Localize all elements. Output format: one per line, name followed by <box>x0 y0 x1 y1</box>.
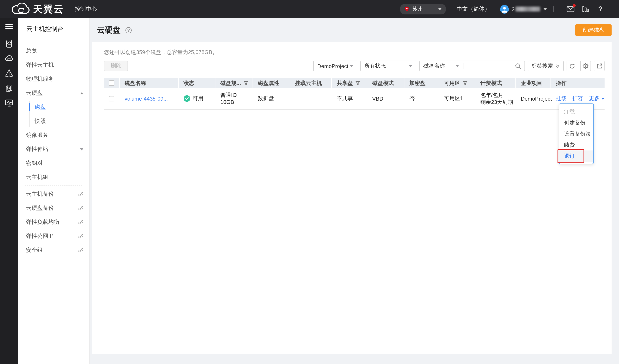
col-status: 状态 <box>179 78 215 88</box>
export-icon <box>596 63 602 69</box>
sidebar-item-eip[interactable]: 弹性公网IP <box>18 229 89 243</box>
active-indicator <box>29 103 30 111</box>
region-pin-icon <box>404 6 409 12</box>
settings-button[interactable] <box>580 61 591 71</box>
sidebar-item-cloud-disk[interactable]: 云硬盘 <box>18 86 89 100</box>
double-chevron-down-icon <box>555 64 560 68</box>
more-action[interactable]: 更多 <box>589 95 600 102</box>
brand-logo[interactable]: 天翼云 <box>12 3 64 15</box>
image-service-icon[interactable] <box>4 83 14 93</box>
icon-rail <box>0 18 18 364</box>
cell-az: 可用区1 <box>439 88 475 110</box>
select-all-cell <box>104 78 120 88</box>
menu-item-create-backup[interactable]: 创建备份 <box>559 117 593 128</box>
search-field-select[interactable]: 磁盘名称 <box>423 62 445 70</box>
table-header: 磁盘名称 状态 磁盘规... 磁盘属性 挂载云主机 共享盘 磁盘模式 加密盘 可… <box>104 78 605 88</box>
sidebar: 云主机控制台 总览 弹性云主机 物理机服务 云硬盘 磁盘 快照 镜像服务 弹性伸… <box>18 18 90 364</box>
sidebar-item-overview[interactable]: 总览 <box>18 44 89 58</box>
table-row: volume-4435-09... 可用 普通IO10GB 数据盘 -- 不共享… <box>104 88 605 110</box>
sidebar-item-disk[interactable]: 磁盘 <box>18 100 89 114</box>
gear-icon <box>582 63 589 69</box>
chevron-down-icon <box>601 97 605 100</box>
disk-name-link[interactable]: volume-4435-09... <box>125 95 168 102</box>
main-content: 云硬盘 ? 创建磁盘 您还可以创建359个磁盘，总容量为25,078GB。 删除… <box>90 18 619 364</box>
col-az: 可用区 <box>439 78 475 88</box>
attach-action[interactable]: 挂载 <box>556 95 567 102</box>
sidebar-item-disk-backup[interactable]: 云硬盘备份 <box>18 201 89 215</box>
tag-search-button[interactable]: 标签搜索 <box>528 61 564 71</box>
chevron-down-icon <box>438 8 442 10</box>
filter-cluster: DemoProject 所有状态 磁盘名称 <box>313 61 605 71</box>
cell-encrypted: 否 <box>404 88 439 110</box>
notification-dot <box>573 4 576 7</box>
sidebar-item-security-group[interactable]: 安全组 <box>18 243 89 257</box>
sidebar-item-image-service[interactable]: 镜像服务 <box>18 128 89 142</box>
delete-button[interactable]: 删除 <box>104 61 128 71</box>
language-switcher[interactable]: 中文（简体） <box>457 5 490 13</box>
network-pyramid-icon[interactable] <box>4 68 14 78</box>
col-project: 企业项目 <box>516 78 551 88</box>
monitoring-icon[interactable] <box>4 98 14 108</box>
rail-icons <box>0 35 18 108</box>
refresh-button[interactable] <box>567 61 577 71</box>
page-help-icon[interactable]: ? <box>126 27 132 33</box>
chevron-down-icon <box>456 65 459 67</box>
region-selector[interactable]: 苏州 <box>400 4 446 14</box>
topbar-divider <box>553 6 554 12</box>
search-input[interactable] <box>464 61 515 71</box>
help-icon[interactable]: ? <box>596 4 605 13</box>
col-actions: 操作 <box>551 78 605 88</box>
external-link-icon <box>78 234 83 239</box>
more-dropdown-menu: 卸载 创建备份 设置备份策略 续费 退订 <box>559 104 594 164</box>
project-select[interactable]: DemoProject <box>313 61 357 71</box>
row-checkbox[interactable] <box>109 96 114 101</box>
stats-icon[interactable] <box>581 4 590 13</box>
ctyun-console-page: 天翼云 控制中心 苏州 中文（简体） <box>0 0 619 364</box>
expand-action[interactable]: 扩容 <box>572 95 583 102</box>
cell-disk-attr: 数据盘 <box>253 88 290 110</box>
page-title: 云硬盘 <box>97 25 121 35</box>
status-text: 可用 <box>193 95 203 102</box>
export-button[interactable] <box>594 61 605 71</box>
sidebar-item-physical[interactable]: 物理机服务 <box>18 72 89 86</box>
status-ok-icon <box>184 95 190 102</box>
filter-icon[interactable] <box>243 81 248 85</box>
sidebar-item-elb[interactable]: 弹性负载均衡 <box>18 215 89 229</box>
menu-item-unsubscribe[interactable]: 退订 <box>559 150 593 162</box>
col-disk-spec: 磁盘规... <box>215 78 253 88</box>
col-disk-name: 磁盘名称 <box>120 78 179 88</box>
cloud-host-icon[interactable] <box>4 39 14 49</box>
sidebar-item-auto-scaling[interactable]: 弹性伸缩 <box>18 142 89 156</box>
sidebar-item-host-group[interactable]: 云主机组 <box>18 170 89 184</box>
cell-disk-spec: 普通IO10GB <box>215 88 253 110</box>
user-menu[interactable]: 2 <box>512 6 547 12</box>
nav-console-center[interactable]: 控制中心 <box>75 5 97 13</box>
search-combo: 磁盘名称 <box>419 61 525 71</box>
chevron-down-icon <box>544 8 547 10</box>
filter-icon[interactable] <box>463 81 467 85</box>
disk-list-card: 您还可以创建359个磁盘，总容量为25,078GB。 删除 DemoProjec… <box>92 42 612 354</box>
col-attached-host: 挂载云主机 <box>290 78 332 88</box>
sidebar-item-snapshot[interactable]: 快照 <box>18 114 89 128</box>
avatar[interactable] <box>500 5 509 13</box>
external-link-icon <box>78 220 83 225</box>
menu-item-backup-policy[interactable]: 设置备份策略 <box>559 128 593 139</box>
menu-item-renew[interactable]: 续费 <box>559 139 593 150</box>
select-all-checkbox[interactable] <box>109 81 114 86</box>
filter-icon[interactable] <box>355 81 360 85</box>
create-disk-button[interactable]: 创建磁盘 <box>575 24 612 36</box>
cell-disk-mode: VBD <box>367 88 404 110</box>
search-icon[interactable] <box>515 63 521 69</box>
hamburger-menu-icon[interactable] <box>0 18 18 35</box>
col-billing: 计费模式 <box>475 78 516 88</box>
status-select[interactable]: 所有状态 <box>360 61 416 71</box>
sidebar-item-keypair[interactable]: 密钥对 <box>18 156 89 170</box>
cloud-disk-icon[interactable] <box>4 54 14 64</box>
sidebar-item-ecs[interactable]: 弹性云主机 <box>18 58 89 72</box>
message-icon[interactable] <box>566 4 575 13</box>
cell-shared: 不共享 <box>332 88 367 110</box>
region-name: 苏州 <box>412 5 423 13</box>
col-encrypted: 加密盘 <box>404 78 439 88</box>
cell-attached-host: -- <box>290 88 332 110</box>
sidebar-item-host-backup[interactable]: 云主机备份 <box>18 187 89 201</box>
